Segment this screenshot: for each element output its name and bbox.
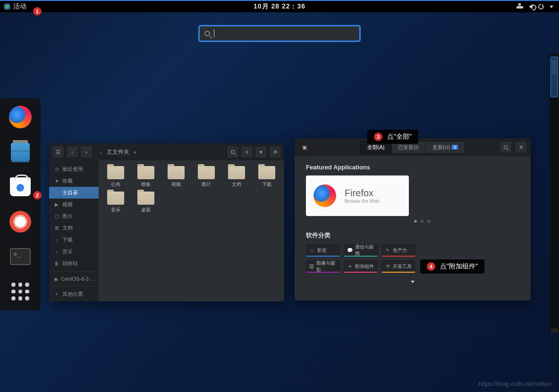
expand-chevron[interactable] (306, 276, 519, 285)
fm-path-label: 主文件夹 (107, 148, 129, 156)
search-icon (204, 31, 210, 36)
terminal-icon (10, 248, 31, 265)
annotation-text-4: 点"附加组件" (440, 262, 478, 271)
cat-addons[interactable]: ✦附加组件 (344, 260, 378, 273)
help-icon (9, 211, 31, 233)
folder-icon (137, 192, 154, 205)
activities-button[interactable]: 活动 (0, 2, 30, 11)
fm-side-pictures[interactable]: ▢图片 (49, 210, 99, 222)
fm-side-disk[interactable]: ◉CentOS-8-2-…⏏ (49, 274, 99, 284)
fm-side-starred[interactable]: ★收藏 (49, 175, 99, 187)
dot-icon[interactable] (427, 220, 430, 223)
folder-downloads[interactable]: 下载 (255, 166, 278, 188)
firefox-icon (9, 106, 32, 128)
volume-icon[interactable] (529, 4, 533, 9)
dot-icon[interactable] (421, 220, 423, 223)
dash-software[interactable] (8, 175, 33, 199)
folder-icon (198, 166, 215, 179)
fm-forward-button[interactable]: › (80, 146, 93, 158)
fm-side-videos[interactable]: ▶视频 (49, 199, 99, 210)
folder-icon (168, 166, 185, 179)
dash-apps-grid[interactable] (8, 279, 33, 304)
music-icon: ♪ (54, 249, 59, 254)
fm-side-trash[interactable]: 🗑回收站 (49, 258, 99, 269)
annotation-tip-3: 3 点"全部" (367, 130, 418, 144)
folder-videos[interactable]: 视频 (165, 166, 187, 188)
power-icon[interactable] (537, 3, 545, 11)
dash-files[interactable] (8, 140, 33, 164)
cat-communication[interactable]: 💬通信与新闻 (344, 244, 378, 257)
fm-search-button[interactable] (227, 146, 239, 158)
carousel-dots[interactable] (325, 220, 519, 223)
sw-body: Featured Applications Firefox Browse the… (295, 156, 531, 292)
categories-grid: ♫影音 💬通信与新闻 ✎生产力 🖼图像与摄影 ✦附加组件 ⚒开发工具 (306, 244, 519, 273)
search-overlay (199, 25, 360, 42)
distro-icon (4, 3, 10, 10)
sw-back-button[interactable]: ▣ (298, 141, 311, 153)
fm-side-other[interactable]: +其他位置 (49, 288, 99, 300)
network-icon[interactable] (517, 3, 523, 10)
dash-firefox[interactable] (8, 105, 33, 129)
chevron-down-icon[interactable] (550, 6, 553, 8)
chevron-down-icon (411, 281, 415, 283)
clock[interactable]: 10月 28 22：36 (254, 2, 305, 11)
folder-public[interactable]: 公共 (104, 166, 127, 188)
folder-desktop[interactable]: 桌面 (135, 192, 157, 213)
cat-graphics[interactable]: 🖼图像与摄影 (306, 260, 340, 273)
folder-icon (228, 166, 245, 179)
home-icon: ⌂ (98, 150, 104, 155)
folder-documents[interactable]: 文档 (225, 166, 248, 188)
fm-side-recent[interactable]: ◷最近使用 (49, 163, 99, 175)
search-input[interactable] (218, 30, 355, 37)
cat-productivity[interactable]: ✎生产力 (381, 244, 415, 257)
fm-menu-button[interactable]: ▾ (255, 146, 267, 158)
fm-sidebar-toggle[interactable]: ☰ (52, 146, 64, 158)
dash-help[interactable] (8, 209, 33, 234)
annotation-badge-2: 2 (33, 191, 42, 200)
workspace-thumb-2[interactable] (551, 328, 558, 333)
fm-side-documents[interactable]: 𝌆文档 (49, 222, 99, 234)
dash-terminal[interactable] (8, 244, 33, 269)
fm-content[interactable]: 公共 模板 视频 图片 文档 下载 音乐 桌面 (99, 160, 284, 301)
folder-icon (137, 166, 154, 179)
dash (0, 98, 41, 310)
top-bar: 活动 10月 28 22：36 (0, 0, 559, 12)
fm-side-home[interactable]: ⌂主目录 (49, 187, 99, 199)
folder-icon (107, 166, 124, 179)
plus-icon: + (54, 292, 59, 297)
folder-music[interactable]: 音乐 (104, 192, 127, 213)
clock-icon: ◷ (54, 167, 59, 172)
workspace-thumb-1[interactable] (551, 57, 558, 97)
featured-app-name: Firefox (345, 188, 379, 199)
watermark: https://blog.csdn.net/witton (479, 380, 551, 387)
folder-templates[interactable]: 模板 (135, 166, 157, 188)
fm-side-music[interactable]: ♪音乐 (49, 246, 99, 258)
workspace-switcher[interactable] (550, 54, 559, 332)
trash-icon: 🗑 (54, 261, 59, 266)
annotation-text-3: 点"全部" (387, 133, 412, 141)
cat-audio-video[interactable]: ♫影音 (306, 244, 340, 257)
dot-icon[interactable] (414, 220, 417, 223)
fm-side-downloads[interactable]: ↓下载 (49, 234, 99, 246)
categories-title: 软件分类 (306, 231, 519, 240)
sw-search-button[interactable] (500, 141, 512, 153)
chat-icon: 💬 (347, 248, 353, 253)
file-manager-window: ☰ ‹ › ⌂ 主文件夹 ▸ ≡ ▾ ✕ ◷最近使用 ★收藏 ⌂主目录 ▶视频 … (49, 143, 284, 301)
download-icon: ↓ (54, 237, 59, 242)
featured-banner[interactable]: Firefox Browse the Web (306, 175, 409, 216)
image-icon: ▢ (54, 214, 59, 219)
search-box[interactable] (199, 25, 360, 42)
cat-developer[interactable]: ⚒开发工具 (381, 260, 415, 273)
fm-view-list-button[interactable]: ≡ (241, 146, 253, 158)
sw-close-button[interactable]: ✕ (515, 141, 527, 153)
fm-sidebar: ◷最近使用 ★收藏 ⌂主目录 ▶视频 ▢图片 𝌆文档 ↓下载 ♪音乐 🗑回收站 … (49, 160, 99, 301)
fm-close-button[interactable]: ✕ (269, 146, 281, 158)
doc-icon: 𝌆 (54, 225, 59, 231)
chevron-right-icon: ▸ (134, 149, 137, 155)
disc-icon: ◉ (54, 276, 58, 282)
fm-back-button[interactable]: ‹ (66, 146, 78, 158)
fm-pathbar[interactable]: ⌂ 主文件夹 ▸ (94, 148, 225, 156)
folder-pictures[interactable]: 图片 (195, 166, 218, 188)
sw-tab-updates[interactable]: 更新(U)2 (426, 142, 465, 153)
software-icon (10, 177, 31, 196)
